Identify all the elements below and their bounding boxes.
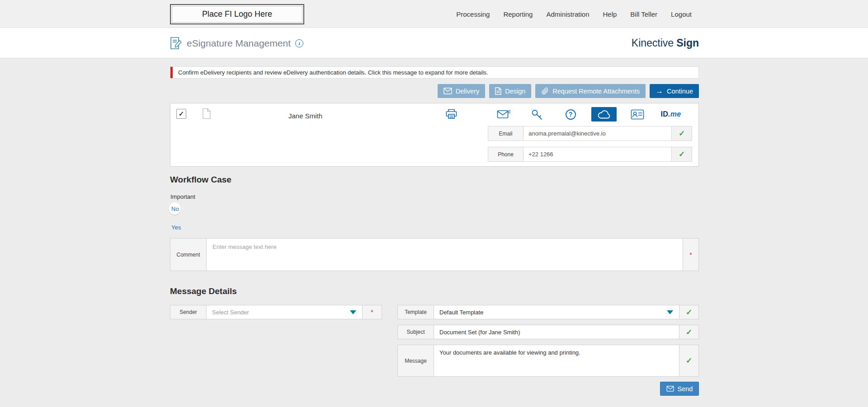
id-card-icon[interactable] (621, 107, 654, 122)
important-option-no[interactable]: No (171, 206, 179, 212)
sender-select-value: Select Sender (212, 309, 249, 316)
nav-processing[interactable]: Processing (456, 10, 490, 18)
design-button[interactable]: Design (489, 84, 531, 98)
chevron-down-icon (350, 310, 356, 314)
top-nav: Processing Reporting Administration Help… (456, 0, 692, 28)
fi-logo-text: Place FI Logo Here (202, 9, 272, 19)
info-icon[interactable]: i (295, 39, 303, 47)
comment-field: Comment * (170, 238, 699, 271)
template-select-value: Default Template (439, 309, 483, 316)
cloud-auth-icon[interactable] (591, 107, 617, 122)
send-button[interactable]: Send (660, 382, 699, 396)
phone-row: Phone ✓ (488, 147, 692, 162)
message-details-heading: Message Details (170, 286, 237, 296)
check-icon: ✓ (686, 327, 692, 337)
nav-user[interactable]: Bill Teller (630, 10, 657, 18)
send-label: Send (678, 385, 693, 393)
nav-reporting[interactable]: Reporting (503, 10, 533, 18)
app-header: eSignature Management i Kinective Sign (0, 28, 868, 58)
template-check-cell: ✓ (679, 305, 698, 319)
recipient-checkbox[interactable]: ✓ (176, 109, 186, 119)
delivery-button[interactable]: Delivery (438, 84, 485, 98)
nav-help[interactable]: Help (603, 10, 617, 18)
phone-check-cell: ✓ (672, 147, 692, 161)
arrow-right-icon: → (656, 87, 663, 95)
subject-label: Subject (398, 325, 434, 339)
important-label: Important (170, 193, 195, 200)
comment-required-marker: * (683, 239, 698, 271)
email-auth-icon[interactable]: @ (487, 107, 520, 122)
template-field: Template Default Template ✓ (397, 305, 699, 319)
auth-methods: @ ? ID.me (487, 107, 688, 122)
message-input[interactable]: Your documents are available for viewing… (434, 345, 679, 376)
sender-select[interactable]: Select Sender (207, 305, 363, 319)
alert-banner[interactable]: Confirm eDelivery recipients and review … (170, 66, 699, 79)
request-remote-attachments-button[interactable]: Request Remote Attachments (535, 84, 646, 98)
nav-administration[interactable]: Administration (546, 10, 589, 18)
check-icon: ✓ (679, 129, 685, 138)
email-row: Email ✓ (488, 126, 692, 141)
actions-toolbar: Delivery Design Request Remote Attachmen… (170, 84, 699, 98)
key-auth-icon[interactable] (520, 107, 554, 122)
printer-icon[interactable] (445, 108, 458, 122)
question-mark: ? (566, 109, 576, 120)
comment-textarea[interactable] (207, 239, 683, 271)
idme-logo[interactable]: ID.me (654, 107, 688, 122)
app-title-wrap: eSignature Management i (170, 28, 303, 58)
page-title: eSignature Management (187, 38, 291, 49)
check-icon: ✓ (679, 150, 685, 159)
email-input[interactable] (524, 126, 672, 140)
brand-bold: Sign (676, 37, 699, 49)
option-no-label: No (171, 206, 179, 212)
svg-text:@: @ (508, 109, 510, 114)
idme-suffix: .me (668, 110, 681, 118)
envelope-icon (443, 88, 452, 94)
continue-button[interactable]: → Continue (650, 84, 699, 98)
message-value: Your documents are available for viewing… (439, 349, 580, 356)
message-field: Message Your documents are available for… (397, 345, 699, 377)
paperclip-icon (541, 87, 549, 95)
chevron-down-icon (667, 310, 673, 314)
esignature-document-icon (170, 37, 182, 50)
recipient-card: ✓ Jane Smith @ (170, 103, 699, 167)
alert-accent-bar (170, 67, 173, 78)
subject-check-cell: ✓ (679, 325, 698, 339)
subject-input[interactable]: Document Set (for Jane Smith) (434, 325, 679, 339)
email-check-cell: ✓ (672, 126, 692, 140)
sender-field: Sender Select Sender * (170, 305, 382, 319)
continue-label: Continue (667, 88, 693, 95)
page: Place FI Logo Here Processing Reporting … (0, 0, 868, 407)
subject-field: Subject Document Set (for Jane Smith) ✓ (397, 325, 699, 339)
send-envelope-icon (666, 386, 674, 392)
design-label: Design (505, 88, 525, 95)
recipient-name: Jane Smith (288, 112, 322, 120)
brand-primary: Kinective (632, 37, 674, 49)
challenge-question-icon[interactable]: ? (554, 107, 587, 122)
nav-logout[interactable]: Logout (671, 10, 692, 18)
idme-primary: ID (660, 110, 668, 118)
fi-logo-placeholder: Place FI Logo Here (170, 4, 304, 24)
message-check-cell: ✓ (679, 345, 698, 376)
brand-logo: Kinective Sign (632, 28, 699, 58)
delivery-label: Delivery (456, 88, 479, 95)
workflow-case-heading: Workflow Case (170, 175, 231, 185)
alert-text: Confirm eDelivery recipients and review … (178, 69, 488, 76)
document-icon (495, 87, 501, 95)
sender-required-marker: * (363, 305, 382, 319)
check-icon: ✓ (686, 356, 692, 365)
phone-input[interactable] (524, 147, 672, 161)
request-remote-attachments-label: Request Remote Attachments (552, 88, 640, 95)
top-bar: Place FI Logo Here Processing Reporting … (0, 0, 868, 28)
check-icon: ✓ (686, 308, 692, 317)
sender-label: Sender (170, 305, 207, 319)
message-label: Message (398, 345, 434, 376)
template-label: Template (398, 305, 434, 319)
document-page-icon (202, 108, 211, 121)
email-label: Email (488, 126, 524, 140)
comment-label: Comment (170, 239, 207, 271)
subject-value: Document Set (for Jane Smith) (439, 329, 520, 336)
phone-label: Phone (488, 147, 524, 161)
template-select[interactable]: Default Template (434, 305, 679, 319)
important-option-yes[interactable]: Yes (171, 224, 181, 231)
